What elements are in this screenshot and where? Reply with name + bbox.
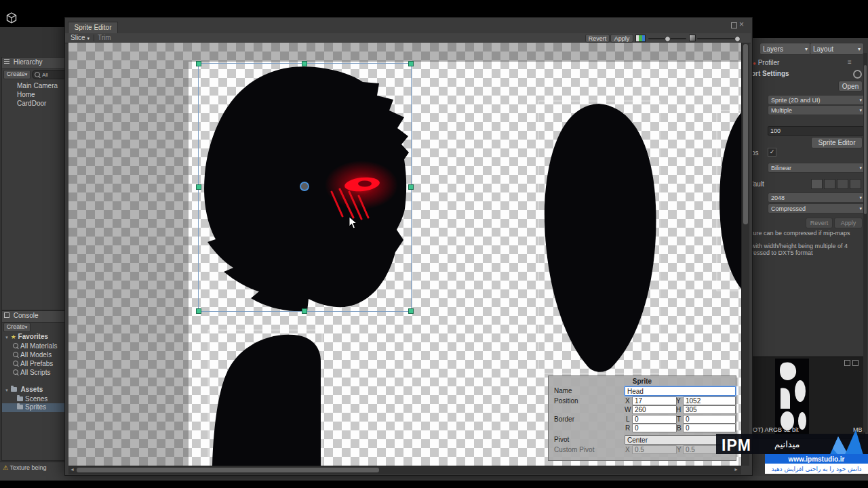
selection-handle-ne[interactable]	[408, 61, 414, 66]
y-label: Y	[676, 397, 681, 405]
platform-tab-icon[interactable]	[837, 179, 848, 189]
multiple-dropdown[interactable]: Multiple▾	[768, 105, 865, 115]
assets-header[interactable]: ▼ Assets	[5, 386, 64, 393]
platform-tab-icon[interactable]	[811, 179, 823, 189]
hierarchy-item-home[interactable]: Home	[17, 91, 64, 98]
border-t-field[interactable]: 0	[683, 415, 736, 424]
platform-tab-icons	[811, 179, 861, 189]
editor-maximize-icon[interactable]	[731, 22, 737, 28]
inspector-column: Layers▾ Layout▾ ● Profiler ≡ ort Setting…	[751, 12, 868, 476]
search-filter-label: All	[42, 72, 48, 78]
inspector-apply-button[interactable]: Apply	[834, 218, 863, 228]
zoom-slider[interactable]	[648, 38, 686, 39]
canvas-vertical-scrollbar[interactable]	[741, 43, 749, 466]
layers-dropdown[interactable]: Layers▾	[760, 43, 811, 55]
mip-slider[interactable]	[697, 38, 738, 39]
hierarchy-panel: Hierarchy Create▾ All Main Camera Home C…	[1, 57, 66, 310]
name-field[interactable]: Head	[625, 386, 736, 396]
favorites-header[interactable]: ▼ ★ Favorites	[5, 333, 64, 340]
mipmap-checkbox[interactable]: ✓	[768, 148, 776, 157]
warning-icon: ⚠	[3, 464, 8, 471]
watermark-title: میدانیم	[774, 439, 800, 449]
layout-dropdown[interactable]: Layout▾	[810, 43, 864, 55]
project-create-button[interactable]: Create▾	[3, 323, 31, 332]
preview-layers-icon[interactable]	[852, 360, 859, 366]
editor-close-icon[interactable]: ×	[739, 20, 744, 29]
height-field[interactable]: 305	[683, 405, 736, 414]
hierarchy-search-input[interactable]: All	[32, 70, 68, 79]
revert-button[interactable]: Revert	[585, 34, 610, 43]
favorite-all-materials[interactable]: All Materials	[13, 342, 64, 350]
selection-handle-w[interactable]	[196, 184, 201, 190]
chevron-down-icon: ▾	[859, 195, 862, 201]
selection-handle-sw[interactable]	[196, 308, 201, 314]
position-y-field[interactable]: 1052	[683, 396, 736, 405]
mip-slider-thumb[interactable]	[734, 36, 741, 42]
trim-button[interactable]: Trim	[98, 34, 111, 41]
pixels-per-unit-field[interactable]: 100	[768, 126, 864, 136]
canvas-horizontal-scrollbar[interactable]: ◄ ►	[68, 466, 741, 474]
platform-default-tab[interactable]: fault	[751, 180, 778, 188]
preview-grid-icon[interactable]	[844, 360, 850, 366]
horizontal-scrollbar-thumb[interactable]	[77, 468, 379, 472]
sprite-editor-titlebar[interactable]: Sprite Editor ×	[65, 18, 751, 34]
filter-mode-dropdown[interactable]: Bilinear▾	[768, 163, 865, 173]
status-message: Texture being	[9, 464, 46, 471]
inspector-revert-button[interactable]: Revert	[806, 218, 833, 228]
selection-handle-n[interactable]	[302, 61, 307, 66]
profiler-tab[interactable]: ● Profiler	[753, 59, 854, 66]
selection-handle-e[interactable]	[408, 184, 414, 190]
search-icon	[13, 343, 18, 348]
console-tab[interactable]: Console	[2, 311, 66, 323]
folder-scenes[interactable]: Scenes	[17, 395, 64, 403]
hierarchy-tab[interactable]: Hierarchy	[2, 58, 66, 69]
vertical-scrollbar-thumb[interactable]	[743, 44, 748, 224]
inspector-scrollbar[interactable]	[863, 53, 867, 432]
zoom-slider-thumb[interactable]	[665, 36, 671, 42]
expand-icon: ▼	[5, 388, 9, 392]
format-dropdown[interactable]: Compressed▾	[768, 203, 865, 214]
favorite-all-models[interactable]: All Models	[13, 351, 64, 359]
inspector-scrollbar-thumb[interactable]	[864, 65, 867, 214]
open-button[interactable]: Open	[838, 81, 863, 92]
sprite-canvas[interactable]: Sprite Name Head Position X 17 Y 1052 W …	[68, 43, 741, 466]
star-icon: ★	[11, 333, 16, 340]
texture-preview-strip	[775, 359, 809, 434]
hierarchy-item-carddoor[interactable]: CardDoor	[17, 100, 64, 107]
color-alpha-toggle-icon[interactable]	[635, 35, 646, 42]
sprite-editor-tab[interactable]: Sprite Editor	[68, 22, 118, 34]
l-label: L	[626, 415, 630, 423]
chevron-down-icon: ▾	[859, 108, 862, 113]
max-size-dropdown[interactable]: 2048▾	[768, 192, 865, 203]
platform-tab-icon[interactable]	[824, 179, 835, 189]
check-icon: ✓	[770, 148, 775, 155]
sprite-mode-dropdown[interactable]: Sprite (2D and UI)▾	[768, 95, 865, 105]
favorites-label: Favorites	[18, 333, 48, 340]
platform-tab-icon[interactable]	[850, 179, 861, 189]
chevron-down-icon: ▾	[858, 46, 861, 52]
favorite-all-prefabs[interactable]: All Prefabs	[13, 360, 64, 367]
scroll-left-icon[interactable]: ◄	[70, 467, 75, 472]
border-l-field[interactable]: 0	[632, 415, 677, 424]
folder-icon	[17, 396, 23, 401]
custom-pivot-label: Custom Pivot	[554, 446, 594, 453]
border-r-field[interactable]: 0	[632, 424, 677, 432]
gear-icon[interactable]	[853, 70, 862, 80]
apply-button[interactable]: Apply	[610, 34, 633, 43]
pivot-handle[interactable]	[300, 182, 309, 191]
x-label: X	[625, 397, 630, 405]
selection-handle-nw[interactable]	[196, 61, 201, 66]
width-field[interactable]: 260	[632, 405, 677, 414]
custom-pivot-x-field[interactable]: 0.5	[632, 445, 677, 454]
panel-menu-icon[interactable]: ≡	[848, 58, 852, 66]
slice-button[interactable]: Slice ▾	[71, 34, 90, 41]
position-x-field[interactable]: 17	[632, 396, 677, 405]
selection-handle-se[interactable]	[408, 308, 414, 314]
selection-handle-s[interactable]	[302, 308, 307, 314]
sprite-editor-button[interactable]: Sprite Editor	[811, 137, 863, 148]
hierarchy-create-button[interactable]: Create▾	[3, 70, 31, 79]
hierarchy-item-main-camera[interactable]: Main Camera	[17, 82, 64, 89]
cpy-label: Y	[677, 446, 682, 453]
favorite-all-scripts[interactable]: All Scripts	[13, 369, 64, 376]
watermark-brand: IPM	[722, 436, 751, 455]
